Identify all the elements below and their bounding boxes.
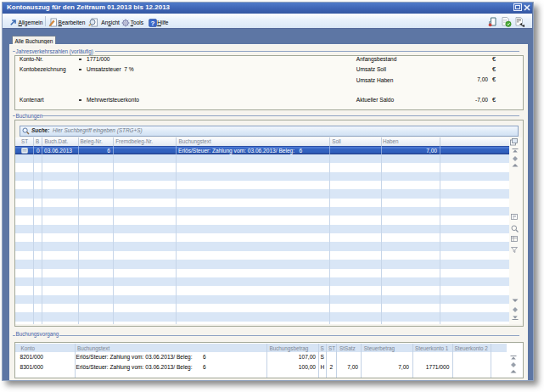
svg-text:?: ? [150, 19, 154, 26]
